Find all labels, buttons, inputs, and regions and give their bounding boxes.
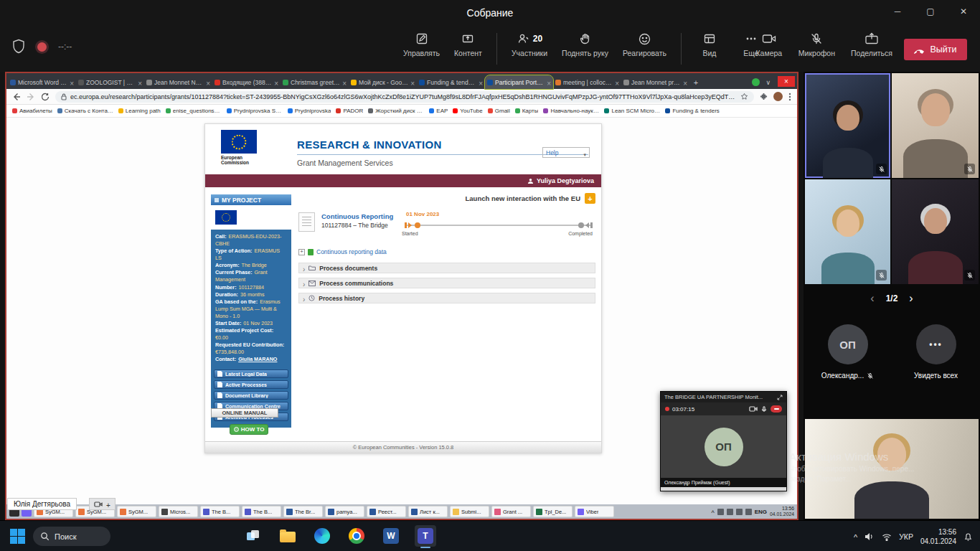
page-previous-icon[interactable] [870,293,874,304]
expand-icon[interactable] [777,395,783,400]
react-button[interactable]: Реагировать [623,32,666,57]
browser-tab[interactable]: Входящие (388) -... [212,75,281,89]
manage-button[interactable]: Управлять [403,32,440,57]
timeline-progress-dot[interactable] [415,222,420,228]
maximize-icon[interactable] [914,0,947,23]
bookmark-item[interactable]: Prydniprovska State... [227,108,283,114]
tab-close-icon[interactable] [138,76,142,89]
taskbar-window-button[interactable]: Micros... [159,506,198,517]
sidebar-button[interactable]: Document Library [214,391,288,400]
bookmark-item[interactable]: Learning path [118,108,161,114]
expand-plus-icon[interactable] [298,249,305,255]
participant-video[interactable] [805,73,890,178]
bookmark-item[interactable]: Funding & tenders [665,108,719,114]
tab-close-icon[interactable] [410,76,415,89]
sidebar-button[interactable]: Latest Legal Data [214,369,288,378]
taskbar-window-button[interactable]: Viber [575,506,614,517]
bookmark-item[interactable]: Авиабилеты [12,108,52,114]
taskbar-window-button[interactable]: SyGM... [117,506,156,517]
page-next-icon[interactable] [909,293,913,304]
browser-menu-icon[interactable] [788,93,791,101]
tray-clock[interactable]: 13:56 04.01.2024 [770,506,794,518]
tab-list-chevron-icon[interactable] [765,79,771,86]
bookmark-item[interactable]: Навчально-наукова... [543,108,599,114]
bookmark-item[interactable]: Prydniprovska [288,108,331,114]
help-dropdown[interactable]: Help [542,147,590,158]
avatar[interactable]: ОП [828,324,868,364]
participants-button[interactable]: 20 Участники [512,32,547,57]
tray-icon[interactable] [745,509,752,515]
camera-button[interactable]: Камера [755,32,783,57]
bookmark-item[interactable]: Gmail [488,108,510,114]
content-button[interactable]: Контент [454,32,482,57]
bookmark-item[interactable]: enise_questions - y... [166,108,222,114]
notifications-bell-icon[interactable] [963,532,973,542]
close-icon[interactable] [947,0,980,23]
presenter-controls[interactable] [89,498,116,510]
online-manual-button[interactable]: ONLINE MANUAL [211,408,278,418]
tray-icon[interactable] [727,509,733,515]
browser-tab[interactable]: Funding & tenders ... [417,75,485,89]
task-view-button[interactable] [242,525,264,547]
how-to-button[interactable]: HOW TO [230,424,268,435]
browser-tab[interactable]: Microsoft Word - D... [8,75,76,89]
mini-meeting-window[interactable]: The BRIDGE UA PARTNERSHIP Monit... 03:07… [660,391,787,491]
participant-video[interactable] [892,73,979,178]
reporting-data-link[interactable]: Continuous reporting data [316,248,387,255]
mini-window-titlebar[interactable]: The BRIDGE UA PARTNERSHIP Monit... [661,392,786,402]
teams-button[interactable] [415,525,436,547]
language-indicator[interactable]: УКР [899,532,913,541]
taskbar-window-button[interactable]: The B... [200,506,240,517]
tray-icon[interactable] [717,509,724,515]
browser-tab[interactable]: Participant Portal G... [485,75,553,89]
back-icon[interactable] [12,93,21,101]
file-explorer-button[interactable] [277,525,298,547]
address-bar[interactable]: ec.europa.eu/research/participants/grant… [55,91,754,103]
tab-close-icon[interactable] [342,76,347,89]
taskbar-window-button[interactable]: The B... [242,506,281,517]
taskbar-window-button[interactable]: Submi... [450,506,489,517]
taskbar-window-button[interactable]: Tpl_De... [533,506,573,517]
taskbar-window-button[interactable]: Лист к... [408,506,448,517]
browser-profile-avatar[interactable] [773,92,783,101]
leave-button[interactable]: Выйти [904,39,967,60]
taskbar-search[interactable]: Поиск [33,527,110,546]
bookmark-item[interactable]: YouTube [453,108,482,114]
volume-icon[interactable] [864,532,875,541]
mic-icon[interactable] [760,405,768,413]
taskbar-window-button[interactable]: Grant ... [491,506,531,517]
bookmark-item[interactable]: Жорсткий диск 3.5... [368,108,424,114]
network-icon[interactable] [882,533,892,541]
view-button[interactable]: Вид [696,32,723,57]
bookmark-item[interactable]: PADOR [336,108,363,114]
taskbar-clock[interactable]: 13:56 04.01.2024 [920,527,956,546]
sidebar-button[interactable]: Active Processes [214,380,288,389]
taskbar-window-button[interactable]: The Br... [283,506,323,517]
process-history-row[interactable]: Process history [298,293,595,303]
tab-close-icon[interactable] [274,76,278,89]
participant-video[interactable] [805,179,890,284]
see-all-button[interactable] [916,324,956,364]
browser-tab[interactable]: ZOOLOGIST | Engl... [76,75,144,89]
edge-button[interactable] [311,525,333,547]
bookmark-item[interactable]: ЕАР [429,108,448,114]
browser-tab[interactable]: Christmas greeting... [281,75,349,89]
hidden-icons-chevron[interactable] [854,530,857,543]
report-title[interactable]: Continuous Reporting [321,212,393,220]
browser-tab[interactable]: Мой диск - Googl... [349,75,417,89]
bookmark-item[interactable]: Карты [515,108,539,114]
share-button[interactable]: Поделиться [851,32,892,57]
tray-icon[interactable] [736,509,743,515]
chrome-button[interactable] [346,525,367,547]
tab-close-icon[interactable] [206,76,210,89]
reload-icon[interactable] [41,93,50,101]
tab-close-icon[interactable] [70,76,74,89]
process-communications-row[interactable]: Process communications [298,278,595,288]
browser-tab[interactable]: meeting | collocati... [553,75,621,89]
tab-close-icon[interactable] [615,76,619,89]
browser-close-button[interactable] [778,76,795,87]
raise-hand-button[interactable]: Поднять руку [562,32,608,57]
taskbar-window-button[interactable]: Реест... [367,506,406,517]
taskbar-window-button[interactable]: pamya... [325,506,364,517]
bookmark-star-icon[interactable] [740,93,748,100]
